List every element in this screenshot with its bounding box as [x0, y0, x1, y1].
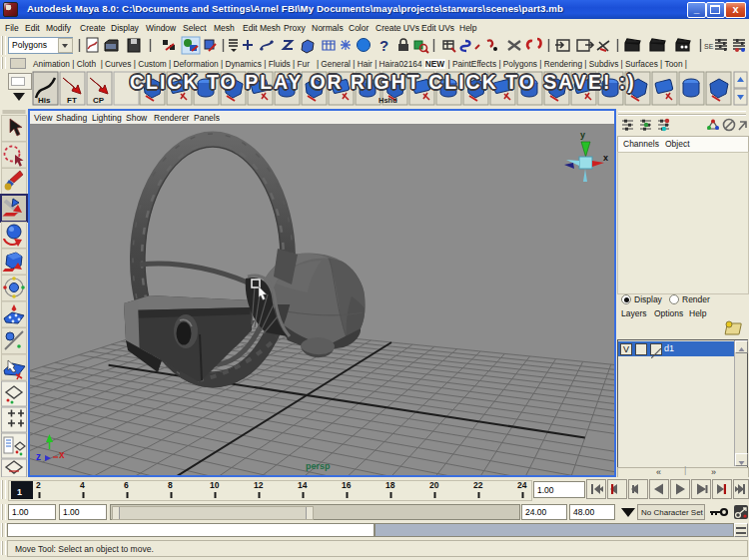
svg-text:FT: FT: [67, 96, 77, 105]
svg-text:12: 12: [254, 480, 264, 490]
svg-text:SE: SE: [704, 43, 714, 50]
svg-text:4: 4: [80, 480, 85, 490]
svg-text:Hshd: Hshd: [378, 96, 397, 105]
svg-text:CP: CP: [93, 96, 105, 105]
svg-text:His: His: [38, 96, 51, 105]
svg-text:z: z: [36, 451, 41, 462]
svg-text:18: 18: [385, 480, 395, 490]
svg-text:8: 8: [168, 480, 173, 490]
svg-text:22: 22: [473, 480, 483, 490]
svg-text:y: y: [580, 130, 585, 140]
svg-text:x: x: [603, 153, 608, 163]
svg-text:14: 14: [298, 480, 308, 490]
svg-text:10: 10: [210, 480, 220, 490]
svg-text:24: 24: [517, 480, 527, 490]
svg-text:persp: persp: [306, 461, 331, 471]
svg-text:2: 2: [36, 480, 41, 490]
svg-text:20: 20: [429, 480, 439, 490]
svg-text:x: x: [59, 449, 65, 460]
svg-text:?: ?: [379, 37, 388, 54]
svg-text:6: 6: [124, 480, 129, 490]
svg-text:16: 16: [342, 480, 352, 490]
